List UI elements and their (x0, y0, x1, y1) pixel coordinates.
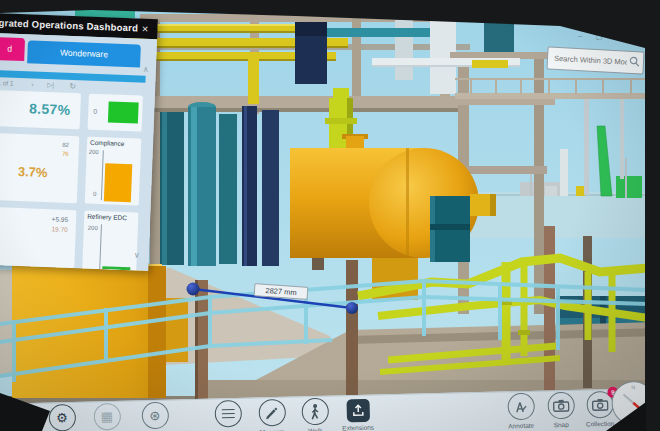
menu-icon (221, 406, 234, 421)
compass-north-label: N (631, 384, 635, 390)
window-close-icon[interactable]: × (616, 34, 620, 41)
measure-endpoint-right[interactable] (346, 302, 358, 314)
status-value: 0 (93, 108, 97, 115)
compliance-ymax: 200 (89, 149, 99, 155)
search-icon[interactable] (629, 56, 641, 68)
refresh-icon[interactable]: ↻ (69, 82, 76, 91)
dashboard-panel: grated Operations Dashboard × d Wonderwa… (0, 13, 158, 271)
walk-person-icon (307, 402, 323, 420)
views-icon: ▦ (101, 410, 114, 423)
toolbar-item-views[interactable]: ▦ (80, 403, 135, 431)
extensions-icon (346, 399, 370, 423)
kpi-main-value: 8.57% (29, 100, 71, 118)
close-icon[interactable]: × (141, 19, 148, 39)
compliance-ymin: 0 (93, 191, 97, 197)
toolbar-item-visualize[interactable]: ⊛ (127, 401, 182, 431)
screen-photo: 2827 mm grated Operations Dashboard × d … (0, 0, 660, 431)
refinery-title: Refinery EDC (87, 213, 127, 222)
tab-pink[interactable]: d (0, 37, 25, 61)
readings-tile[interactable]: +5.95 19.70 (0, 207, 76, 268)
status-green-block (108, 101, 139, 123)
maximize-icon[interactable]: ▢ (596, 33, 603, 40)
compliance-title: Compliance (90, 139, 125, 147)
cube-icon (0, 406, 7, 431)
minimize-icon[interactable]: – (578, 32, 582, 39)
reading-1: +5.95 (52, 215, 69, 223)
aux-bottom-value: 76 (62, 151, 69, 157)
dashboard-title: grated Operations Dashboard (0, 17, 138, 33)
annotate-icon (513, 398, 529, 414)
pager-text: 1 of 1 (0, 79, 14, 87)
visualize-icon: ⊛ (149, 409, 160, 422)
collection-camera-icon (591, 398, 608, 411)
refinery-ymax: 200 (88, 225, 98, 231)
tab-wonderware[interactable]: Wonderware (27, 40, 141, 67)
amber-box (12, 264, 188, 398)
kpi-tile-main[interactable]: 8.57% (0, 90, 81, 129)
refinery-chart-tile[interactable]: Refinery EDC 200 (82, 211, 138, 271)
compass-widget[interactable]: N (611, 381, 656, 426)
measure-endpoint-left[interactable] (187, 283, 200, 296)
scroll-up-icon[interactable]: ∧ (143, 65, 149, 74)
next-page-icon[interactable]: › (31, 80, 33, 87)
dashboard-body: d Wonderware ∧ 1 of 1 › ▷| ↻ 8.57% 0 82 … (0, 33, 157, 271)
play-icon[interactable]: ▷| (47, 81, 54, 89)
reading-2: 19.70 (51, 225, 68, 233)
gear-icon: ⚙ (56, 411, 68, 424)
camera-icon (552, 399, 569, 412)
kpi-tile-secondary[interactable]: 82 76 3.7% (0, 133, 79, 203)
refinery-axis (99, 224, 102, 269)
aux-top-value: 82 (62, 142, 69, 148)
compliance-chart-tile[interactable]: Compliance 200 0 (85, 137, 142, 206)
status-tile[interactable]: 0 (88, 94, 143, 132)
kpi-secondary-value: 3.7% (18, 164, 48, 180)
pencil-icon (264, 404, 280, 420)
toolbar-item-extensions[interactable]: Extensions (330, 396, 385, 431)
scroll-down-icon[interactable]: ∨ (134, 250, 140, 259)
toolbar-item-model[interactable] (0, 405, 35, 431)
compliance-bar (104, 163, 132, 202)
readings: +5.95 19.70 (51, 215, 68, 233)
